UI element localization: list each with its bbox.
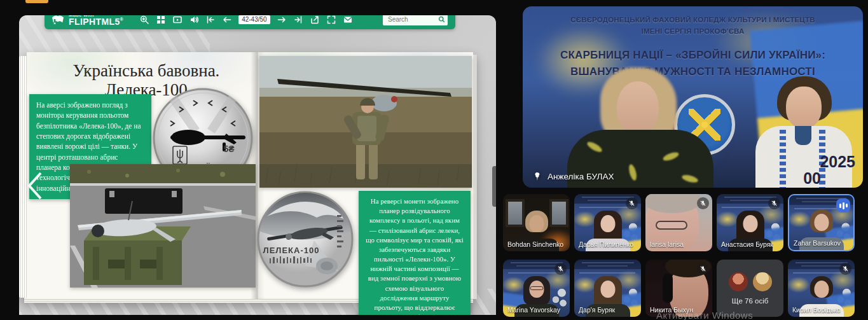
mic-muted-icon bbox=[555, 263, 567, 275]
participant-tile-speaking[interactable]: Zahar Barsukov bbox=[788, 194, 855, 251]
participant-name: Кирил Борідько bbox=[792, 306, 841, 314]
email-icon bbox=[343, 15, 352, 24]
coin-reverse-label: ЛЕЛЕКА-100 bbox=[263, 246, 320, 255]
search-box[interactable] bbox=[383, 15, 448, 25]
search-input[interactable] bbox=[387, 15, 438, 24]
avatar bbox=[729, 272, 748, 291]
browser-tab-accent bbox=[25, 0, 48, 3]
photo-drone-on-case bbox=[70, 164, 256, 288]
participant-tile[interactable]: Bohdan Sinchenko bbox=[503, 194, 570, 251]
page-indicator[interactable]: 42-43/50 bbox=[238, 15, 270, 24]
coin-denomination: 5₴ bbox=[223, 144, 235, 154]
avatar bbox=[753, 272, 772, 291]
pinned-name-row: Анжеліка БУЛАХ bbox=[533, 172, 614, 181]
fliphtml5-toolbar: Made with FLIPHTML5® 42-43/50 bbox=[45, 15, 455, 29]
mic-muted-icon bbox=[839, 263, 851, 275]
participant-tile[interactable]: Дар'я Буряк bbox=[574, 260, 641, 317]
sound-button[interactable] bbox=[189, 15, 198, 24]
participant-name: larisa larisa bbox=[650, 240, 684, 248]
more-participants-label: Ще 76 осіб bbox=[732, 297, 769, 305]
email-button[interactable] bbox=[343, 15, 353, 24]
more-participants-tile[interactable]: Ще 76 осіб bbox=[717, 260, 783, 317]
fliphtml5-logo[interactable]: Made with FLIPHTML5® bbox=[51, 15, 123, 26]
participant-tile[interactable]: Никита Быхун bbox=[645, 260, 712, 317]
overlay-number: 00 bbox=[803, 169, 821, 188]
zoom-in-icon bbox=[140, 15, 149, 24]
participant-tile[interactable]: larisa larisa bbox=[645, 194, 712, 251]
last-page-icon bbox=[294, 15, 303, 24]
flipbook-spread[interactable]: Українська бавовна. Лелека-100 На аверсі… bbox=[20, 52, 477, 302]
thumbnails-button[interactable] bbox=[156, 15, 165, 24]
next-page-button[interactable] bbox=[277, 15, 287, 24]
audio-level-indicator bbox=[836, 198, 850, 212]
participant-name: Дар'я Буряк bbox=[579, 306, 615, 314]
photo-soldier-field bbox=[259, 56, 472, 188]
participant-name: Zahar Barsukov bbox=[794, 239, 841, 247]
share-button[interactable] bbox=[310, 15, 320, 24]
logo-brand: FLIPHTML5® bbox=[69, 17, 123, 26]
participant-tile[interactable]: Marina Yavorskay bbox=[503, 260, 570, 317]
next-page-icon bbox=[277, 15, 286, 24]
book-icon bbox=[51, 15, 65, 25]
participant-name: Никита Быхун bbox=[650, 306, 693, 314]
participant-name: Marina Yavorskay bbox=[507, 306, 560, 314]
participant-name: Bohdan Sinchenko bbox=[507, 240, 563, 248]
chevron-left-icon bbox=[25, 170, 43, 201]
participant-name: Анастасия Буряк bbox=[721, 240, 773, 248]
mic-muted-icon bbox=[768, 197, 780, 209]
mic-muted-icon bbox=[697, 197, 709, 209]
prev-page-icon bbox=[223, 15, 231, 24]
first-page-button[interactable] bbox=[205, 15, 215, 24]
last-page-button[interactable] bbox=[294, 15, 303, 24]
participant-tile[interactable]: Анастасия Буряк bbox=[717, 194, 783, 251]
zoom-in-button[interactable] bbox=[139, 15, 149, 24]
participant-row-1: Bohdan Sinchenko Дарья Пилипенко larisa … bbox=[503, 194, 855, 251]
participant-avatars bbox=[729, 272, 772, 291]
pinned-video-tile[interactable]: СЄВЄРОДОНЕЦЬКИЙ ФАХОВИЙ КОЛЕДЖ КУЛЬТУРИ … bbox=[523, 6, 863, 188]
next-spread-arrow[interactable] bbox=[492, 166, 496, 207]
first-page-icon bbox=[206, 15, 215, 24]
sound-icon bbox=[189, 15, 198, 24]
prev-page-button[interactable] bbox=[222, 15, 231, 24]
video-icon bbox=[173, 15, 182, 24]
participant-tile[interactable]: Дарья Пилипенко bbox=[574, 194, 641, 251]
fullscreen-button[interactable] bbox=[327, 15, 336, 24]
reverse-caption-block: На реверсі монети зображено планер розві… bbox=[359, 191, 471, 315]
participant-row-2: Marina Yavorskay Дар'я Буряк Никита Быху… bbox=[503, 260, 855, 317]
share-icon bbox=[310, 15, 319, 24]
pin-icon bbox=[533, 172, 542, 181]
pinned-name: Анжеліка БУЛАХ bbox=[548, 172, 614, 181]
participant-name: Дарья Пилипенко bbox=[579, 240, 633, 248]
page-stack-right bbox=[473, 55, 477, 299]
screenshare-region: Made with FLIPHTML5® 42-43/50 bbox=[19, 15, 496, 315]
search-icon bbox=[438, 16, 445, 23]
fullscreen-icon bbox=[327, 15, 336, 24]
screenshot-root: Made with FLIPHTML5® 42-43/50 bbox=[0, 0, 868, 320]
participant-tile[interactable]: Кирил Борідько bbox=[788, 260, 855, 317]
thumbnails-icon bbox=[156, 15, 165, 24]
college-header: СЄВЄРОДОНЕЦЬКИЙ ФАХОВИЙ КОЛЕДЖ КУЛЬТУРИ … bbox=[523, 15, 863, 38]
video-button[interactable] bbox=[172, 15, 182, 24]
mic-muted-icon bbox=[697, 263, 709, 275]
prev-spread-arrow[interactable] bbox=[25, 170, 43, 201]
coin-reverse: ЛЕЛЕКА-100 bbox=[256, 190, 355, 289]
presenter-figure bbox=[567, 67, 713, 188]
overlay-year: 2025 bbox=[820, 153, 855, 171]
mic-muted-icon bbox=[626, 197, 638, 209]
